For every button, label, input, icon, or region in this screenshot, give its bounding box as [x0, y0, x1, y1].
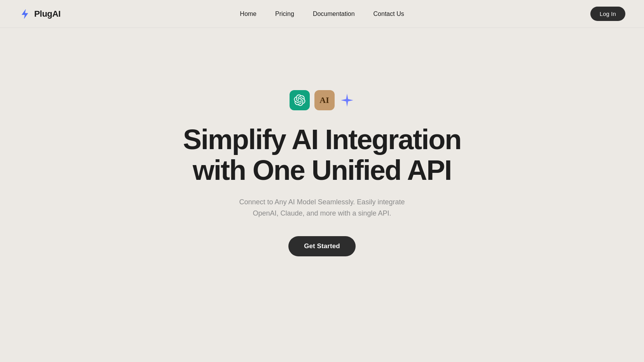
nav-link-documentation[interactable]: Documentation [313, 10, 355, 17]
openai-icon [290, 90, 310, 110]
hero-subtitle: Connect to Any AI Model Seamlessly. Easi… [229, 197, 415, 219]
hero-title: Simplify AI Integration with One Unified… [183, 124, 461, 186]
nav-links: Home Pricing Documentation Contact Us [240, 10, 404, 17]
openai-logo-svg [294, 94, 305, 106]
nav-link-pricing[interactable]: Pricing [275, 10, 294, 17]
anthropic-label-text: AI [319, 95, 329, 105]
hero-title-line1: Simplify AI Integration [183, 124, 461, 155]
navbar: PlugAI Home Pricing Documentation Contac… [0, 0, 644, 28]
gemini-star-svg [340, 93, 354, 108]
anthropic-icon: AI [314, 90, 335, 110]
nav-link-contact[interactable]: Contact Us [373, 10, 404, 17]
login-button[interactable]: Log In [590, 7, 625, 21]
nav-link-home[interactable]: Home [240, 10, 257, 17]
logo-text: PlugAI [34, 9, 61, 19]
hero-section: AI Simplify AI Integration with One Unif… [0, 28, 644, 287]
logo[interactable]: PlugAI [19, 8, 61, 20]
gemini-icon [339, 92, 355, 108]
get-started-button[interactable]: Get Started [288, 236, 356, 256]
ai-provider-icons: AI [290, 90, 355, 110]
plugai-logo-icon [19, 8, 31, 20]
hero-title-line2: with One Unified API [193, 155, 451, 186]
